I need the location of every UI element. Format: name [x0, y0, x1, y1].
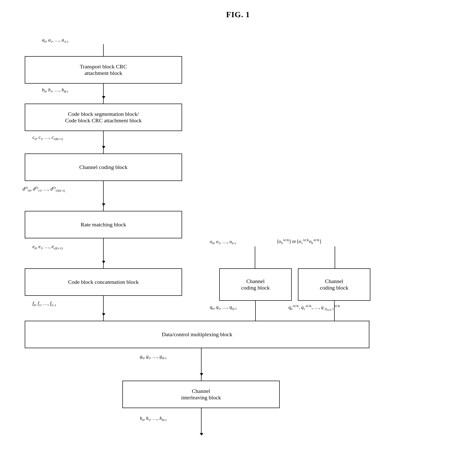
channel-interleaving-block: Channelinterleaving block: [122, 381, 280, 408]
code-block-concat-label: Code block concatenation block: [68, 279, 139, 285]
arrow-ack1-to-q: [255, 301, 256, 321]
arrow-c-to-ch: [103, 146, 104, 154]
channel-coding-ack2-label: Channelcoding block: [320, 278, 348, 291]
diagram: a0, a1, …, aA-1 Transport block CRCattac…: [0, 22, 476, 468]
arrow-o-to-ack1: [255, 246, 255, 268]
transport-crc-label: Transport block CRCattachment block: [80, 63, 127, 76]
label-g: g0, g1, …, gH-1: [140, 354, 167, 360]
label-o: o0, o1, …, o0-1: [210, 239, 236, 245]
rate-matching-label: Rate matching block: [81, 221, 126, 228]
arrow-mux-to-g: [201, 348, 202, 373]
arrow-input-to-transport: [103, 44, 104, 56]
code-block-concat-block: Code block concatenation block: [25, 268, 182, 296]
channel-coding-ack1-label: Channelcoding block: [241, 278, 270, 291]
label-q-ack: q0ACK, q1ACK, …, q QACK-1ACK: [288, 304, 340, 312]
label-e: e0, e1, …, er(Er-1): [32, 244, 63, 250]
data-control-mux-block: Data/control multiplexing block: [25, 321, 369, 348]
channel-coding-ack1-block: Channelcoding block: [219, 268, 292, 301]
code-block-seg-block: Code block segmentation block/Code block…: [25, 104, 182, 131]
label-b: b0, b1, …, bB-1: [42, 87, 68, 94]
label-h: h0, h1, …, hH-1: [140, 416, 167, 422]
input-label-a: a0, a1, …, aA-1: [42, 37, 68, 44]
channel-interleaving-label: Channelinterleaving block: [181, 388, 221, 401]
rate-matching-block: Rate matching block: [25, 211, 182, 238]
channel-coding-ack2-block: Channelcoding block: [298, 268, 370, 301]
arrow-concat-to-f: [103, 296, 104, 313]
label-ack-or: [o0ACK] or [o1ACKo0ACK]: [277, 238, 321, 245]
arrow-interleave-to-h: [201, 408, 202, 433]
label-f: f0, f1, …, fG-1: [32, 301, 56, 307]
arrow-ack-to-ack2: [335, 246, 335, 268]
arrow-seg-to-c: [103, 131, 104, 146]
arrow-f-to-mux: [103, 313, 104, 321]
arrow-e-to-concat: [103, 261, 104, 268]
data-control-mux-label: Data/control multiplexing block: [162, 331, 232, 338]
label-d: d(i)r0, d(i)r1, …, d(i)r(Dr-1): [22, 186, 65, 193]
figure-title: FIG. 1: [0, 0, 476, 19]
label-c: c0, c1, …, cr(Kr-1): [32, 135, 63, 141]
arrow-rate-to-e: [103, 238, 104, 261]
channel-coding-main-block: Channel coding block: [25, 154, 182, 181]
arrow-ch-to-d: [103, 181, 104, 203]
label-q: q0, q1, …, qQ-1: [210, 304, 237, 311]
transport-crc-block: Transport block CRCattachment block: [25, 56, 182, 84]
arrow-g-to-interleave: [201, 373, 202, 381]
arrow-b-to-seg: [103, 96, 104, 104]
channel-coding-main-label: Channel coding block: [79, 164, 127, 170]
code-block-seg-label: Code block segmentation block/Code block…: [65, 111, 142, 124]
arrow-d-to-rate: [103, 203, 104, 211]
arrow-transport-to-b: [103, 84, 104, 96]
